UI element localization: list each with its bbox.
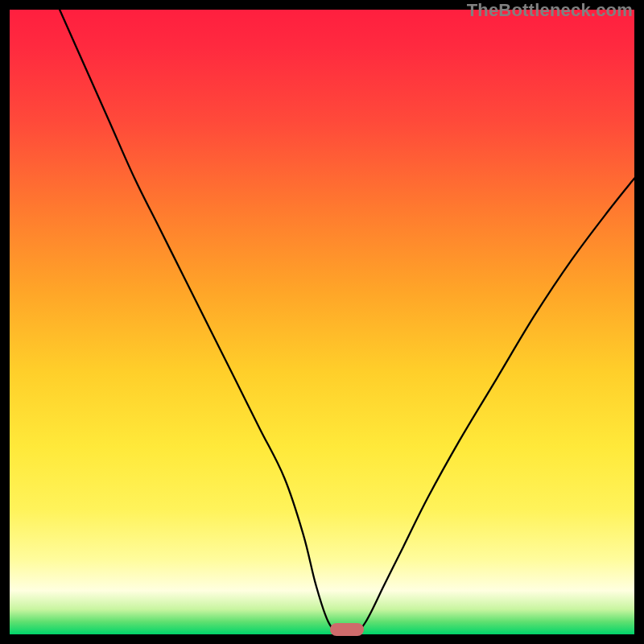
bottleneck-curve — [10, 10, 634, 634]
optimum-marker — [330, 623, 364, 636]
curve-path — [60, 10, 634, 636]
chart-stage: TheBottleneck.com — [0, 0, 644, 644]
attribution-text: TheBottleneck.com — [467, 0, 633, 21]
plot-area — [10, 10, 634, 634]
